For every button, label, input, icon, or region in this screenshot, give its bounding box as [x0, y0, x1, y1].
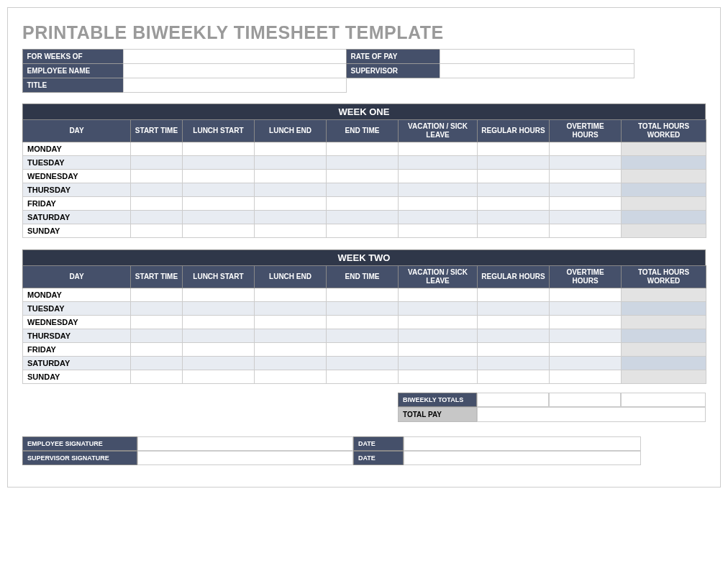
time-cell[interactable]	[327, 343, 399, 357]
time-cell[interactable]	[327, 156, 399, 170]
time-cell[interactable]	[550, 288, 622, 302]
total-pay-value[interactable]	[477, 407, 706, 422]
time-cell[interactable]	[550, 156, 622, 170]
time-cell[interactable]	[478, 316, 550, 329]
time-cell[interactable]	[478, 156, 550, 170]
time-cell[interactable]	[255, 183, 327, 197]
time-cell[interactable]	[550, 343, 622, 357]
time-cell[interactable]	[478, 142, 550, 156]
time-cell[interactable]	[255, 316, 327, 329]
time-cell[interactable]	[399, 142, 478, 156]
employee-date-input[interactable]	[404, 436, 641, 451]
time-cell[interactable]	[255, 170, 327, 183]
biweekly-regular-total[interactable]	[477, 393, 549, 407]
time-cell[interactable]	[399, 224, 478, 238]
time-cell[interactable]	[255, 197, 327, 211]
time-cell[interactable]	[255, 142, 327, 156]
time-cell[interactable]	[478, 183, 550, 197]
time-cell[interactable]	[478, 357, 550, 370]
time-cell[interactable]	[622, 329, 706, 343]
time-cell[interactable]	[183, 370, 255, 384]
time-cell[interactable]	[478, 370, 550, 384]
time-cell[interactable]	[131, 302, 183, 316]
time-cell[interactable]	[550, 316, 622, 329]
time-cell[interactable]	[131, 357, 183, 370]
time-cell[interactable]	[183, 357, 255, 370]
time-cell[interactable]	[622, 370, 706, 384]
time-cell[interactable]	[183, 316, 255, 329]
time-cell[interactable]	[622, 142, 706, 156]
time-cell[interactable]	[255, 224, 327, 238]
time-cell[interactable]	[131, 224, 183, 238]
rate-of-pay-input[interactable]	[440, 49, 634, 64]
time-cell[interactable]	[327, 142, 399, 156]
supervisor-signature-input[interactable]	[137, 451, 353, 465]
time-cell[interactable]	[183, 211, 255, 224]
time-cell[interactable]	[255, 343, 327, 357]
time-cell[interactable]	[622, 316, 706, 329]
time-cell[interactable]	[131, 183, 183, 197]
time-cell[interactable]	[131, 156, 183, 170]
time-cell[interactable]	[399, 170, 478, 183]
time-cell[interactable]	[399, 316, 478, 329]
time-cell[interactable]	[131, 316, 183, 329]
time-cell[interactable]	[183, 170, 255, 183]
time-cell[interactable]	[327, 183, 399, 197]
time-cell[interactable]	[255, 302, 327, 316]
time-cell[interactable]	[131, 197, 183, 211]
supervisor-date-input[interactable]	[404, 451, 641, 465]
time-cell[interactable]	[183, 224, 255, 238]
time-cell[interactable]	[478, 288, 550, 302]
time-cell[interactable]	[478, 197, 550, 211]
time-cell[interactable]	[622, 211, 706, 224]
time-cell[interactable]	[183, 329, 255, 343]
time-cell[interactable]	[131, 142, 183, 156]
time-cell[interactable]	[478, 302, 550, 316]
time-cell[interactable]	[255, 370, 327, 384]
time-cell[interactable]	[622, 288, 706, 302]
time-cell[interactable]	[327, 302, 399, 316]
time-cell[interactable]	[399, 197, 478, 211]
biweekly-hours-total[interactable]	[621, 393, 706, 407]
employee-name-input[interactable]	[123, 63, 347, 78]
time-cell[interactable]	[131, 329, 183, 343]
time-cell[interactable]	[327, 197, 399, 211]
time-cell[interactable]	[478, 211, 550, 224]
time-cell[interactable]	[255, 329, 327, 343]
time-cell[interactable]	[131, 343, 183, 357]
time-cell[interactable]	[327, 370, 399, 384]
time-cell[interactable]	[550, 302, 622, 316]
time-cell[interactable]	[550, 329, 622, 343]
time-cell[interactable]	[327, 211, 399, 224]
time-cell[interactable]	[131, 211, 183, 224]
time-cell[interactable]	[131, 370, 183, 384]
time-cell[interactable]	[399, 288, 478, 302]
time-cell[interactable]	[399, 302, 478, 316]
time-cell[interactable]	[622, 197, 706, 211]
time-cell[interactable]	[327, 288, 399, 302]
time-cell[interactable]	[255, 211, 327, 224]
employee-signature-input[interactable]	[137, 436, 353, 451]
title-input[interactable]	[123, 78, 347, 93]
time-cell[interactable]	[622, 224, 706, 238]
time-cell[interactable]	[131, 288, 183, 302]
time-cell[interactable]	[399, 211, 478, 224]
time-cell[interactable]	[550, 142, 622, 156]
time-cell[interactable]	[255, 357, 327, 370]
time-cell[interactable]	[327, 357, 399, 370]
time-cell[interactable]	[255, 288, 327, 302]
time-cell[interactable]	[183, 142, 255, 156]
time-cell[interactable]	[550, 370, 622, 384]
time-cell[interactable]	[622, 156, 706, 170]
time-cell[interactable]	[183, 302, 255, 316]
supervisor-input[interactable]	[440, 63, 634, 78]
time-cell[interactable]	[183, 197, 255, 211]
time-cell[interactable]	[399, 357, 478, 370]
time-cell[interactable]	[399, 183, 478, 197]
time-cell[interactable]	[622, 183, 706, 197]
time-cell[interactable]	[399, 343, 478, 357]
time-cell[interactable]	[478, 343, 550, 357]
time-cell[interactable]	[183, 156, 255, 170]
time-cell[interactable]	[550, 197, 622, 211]
time-cell[interactable]	[550, 170, 622, 183]
